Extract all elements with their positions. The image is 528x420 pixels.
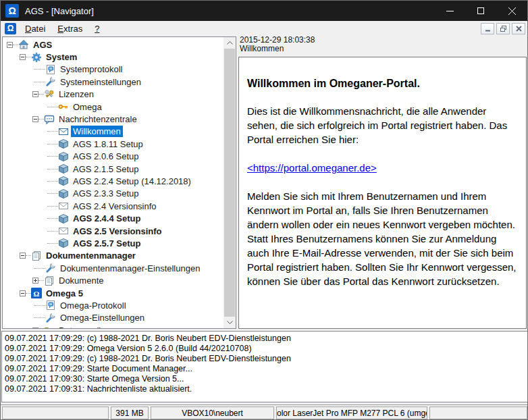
tree-item-ags-2-4-4-setup[interactable]: AGS 2.4.4 Setup bbox=[3, 212, 223, 224]
portal-link[interactable]: <https://portal.omeganer.de> bbox=[247, 161, 377, 175]
home-icon bbox=[18, 39, 29, 50]
wrench-icon bbox=[45, 313, 56, 323]
pages-icon bbox=[44, 275, 55, 286]
collapse-toggle-icon[interactable] bbox=[7, 42, 13, 48]
mdi-close-button[interactable] bbox=[512, 23, 525, 34]
tree-item-ags-2-5-versionsinfo[interactable]: AGS 2.5 Versionsinfo bbox=[3, 225, 223, 237]
memory-usage-pane: 391 MB bbox=[111, 406, 149, 419]
tree-connector bbox=[38, 119, 44, 120]
tree-scrollbar[interactable] bbox=[223, 37, 236, 328]
tree-item-label: Dokumentenmanager bbox=[44, 250, 138, 261]
tree-item-label: AGS 2.3.3 Setup bbox=[71, 188, 141, 199]
maximize-button[interactable] bbox=[465, 1, 496, 21]
tree-item-label: AGS 2.4 Versionsinfo bbox=[71, 201, 159, 212]
scrollbar-thumb[interactable] bbox=[224, 49, 235, 317]
tree-item-ags-2-1-5-setup[interactable]: AGS 2.1.5 Setup bbox=[3, 163, 223, 175]
tree-item-label: Datenquellen bbox=[57, 325, 113, 329]
tree-item-label: AGS 2.1.5 Setup bbox=[71, 163, 141, 175]
tree-item-ags-2-5-7-setup[interactable]: AGS 2.5.7 Setup bbox=[3, 237, 223, 249]
protocol-icon bbox=[45, 64, 56, 75]
tree-item-label: AGS 2.4.4 Setup bbox=[71, 213, 142, 224]
tree-item-systemeinstellungen[interactable]: Systemeinstellungen bbox=[3, 76, 223, 88]
collapse-toggle-icon[interactable] bbox=[32, 116, 38, 122]
collapse-toggle-icon[interactable] bbox=[20, 253, 26, 259]
message-heading: Willkommen im Omeganer-Portal. bbox=[247, 78, 518, 90]
maximize-icon bbox=[477, 7, 484, 14]
tree-connector bbox=[47, 206, 58, 207]
collapse-toggle-icon[interactable] bbox=[20, 290, 26, 296]
tree-item-label: AGS 2.2.4 Setup (14.12.2018) bbox=[71, 176, 193, 187]
menu-item-[interactable]: ? bbox=[88, 22, 105, 35]
package-icon bbox=[58, 176, 69, 186]
tree-connector bbox=[47, 231, 58, 232]
folder-icon bbox=[44, 325, 55, 329]
tree-item-label: Dokumentenmanager-Einstellungen bbox=[58, 263, 202, 274]
tree-item-ags[interactable]: AGS bbox=[3, 38, 223, 51]
tree-connector bbox=[26, 57, 31, 57]
expand-toggle-icon[interactable] bbox=[32, 278, 38, 284]
tree-item-datenquellen[interactable]: Datenquellen bbox=[3, 324, 223, 329]
pages-icon bbox=[31, 251, 42, 261]
message-body[interactable]: Willkommen im Omeganer-Portal. Dies ist … bbox=[238, 57, 527, 329]
tree-item-omega[interactable]: Omega bbox=[3, 101, 223, 113]
tree-item-dokumentenmanager[interactable]: Dokumentenmanager bbox=[3, 250, 223, 262]
tree-connector bbox=[34, 268, 45, 269]
tree-connector bbox=[47, 218, 58, 219]
navigator-tree-panel[interactable]: AGSSystemSystemprotokollSystemeinstellun… bbox=[2, 36, 236, 329]
minimize-button[interactable] bbox=[434, 1, 465, 21]
tree-item-label: Omega-Einstellungen bbox=[58, 312, 147, 323]
tree-item-omega-5[interactable]: ΩOmega 5 bbox=[3, 287, 223, 299]
log-line: 09.07.2021 17:09:29: Omega Version 5 2.6… bbox=[5, 344, 525, 354]
mail-outline-icon bbox=[58, 201, 69, 211]
tree-connector bbox=[34, 82, 45, 82]
tree-item-dokumentenmanager-einstellungen[interactable]: Dokumentenmanager-Einstellungen bbox=[3, 262, 223, 274]
package-icon bbox=[58, 163, 69, 174]
tree-item-willkommen[interactable]: Willkommen bbox=[3, 126, 223, 138]
tree: AGSSystemSystemprotokollSystemeinstellun… bbox=[3, 38, 223, 329]
menu-item-datei[interactable]: Datei bbox=[19, 22, 51, 35]
tree-item-label: System bbox=[44, 51, 79, 63]
tree-item-ags-2-0-6-setup[interactable]: AGS 2.0.6 Setup bbox=[3, 151, 223, 163]
collapse-toggle-icon[interactable] bbox=[20, 54, 26, 60]
log-panel[interactable]: 09.07.2021 17:09:29: (c) 1988-2021 Dr. B… bbox=[1, 331, 528, 402]
tree-item-dokumente[interactable]: Dokumente bbox=[3, 274, 223, 286]
tree-item-ags-2-4-versionsinfo[interactable]: AGS 2.4 Versionsinfo bbox=[3, 200, 223, 212]
tree-connector bbox=[47, 107, 58, 107]
tree-item-ags-2-2-4-setup-14-12-2018[interactable]: AGS 2.2.4 Setup (14.12.2018) bbox=[3, 175, 223, 187]
tree-item-omega-einstellungen[interactable]: Omega-Einstellungen bbox=[3, 312, 223, 324]
tree-item-systemprotokoll[interactable]: Systemprotokoll bbox=[3, 63, 223, 76]
menu-bar: Ω DateiExtras? bbox=[1, 21, 527, 36]
tree-item-label: Dokumente bbox=[57, 275, 105, 286]
close-button[interactable] bbox=[496, 1, 527, 21]
tree-item-omega-protokoll[interactable]: Omega-Protokoll bbox=[3, 299, 223, 311]
tree-item-system[interactable]: System bbox=[3, 51, 223, 63]
collapse-toggle-icon[interactable] bbox=[32, 91, 38, 97]
tree-item-nachrichtenzentrale[interactable]: Nachrichtenzentrale bbox=[3, 113, 223, 125]
tree-connector bbox=[47, 156, 58, 157]
window-title: AGS - [Navigator] bbox=[25, 6, 434, 16]
scroll-up-icon[interactable] bbox=[223, 37, 236, 49]
app-window: Ω AGS - [Navigator] Ω DateiExtras? AGSSy… bbox=[0, 0, 528, 420]
wrench-icon bbox=[45, 76, 56, 87]
omega-menu-icon[interactable]: Ω bbox=[5, 23, 16, 34]
tree-connector bbox=[34, 69, 45, 70]
tree-connector bbox=[34, 317, 45, 318]
expand-toggle-icon[interactable] bbox=[32, 327, 38, 329]
tree-connector bbox=[34, 305, 45, 306]
tree-item-ags-1-8-11-setup[interactable]: AGS 1.8.11 Setup bbox=[3, 138, 223, 150]
tree-connector bbox=[47, 144, 58, 145]
tree-item-lizenzen[interactable]: Lizenzen bbox=[3, 88, 223, 101]
menu-item-extras[interactable]: Extras bbox=[51, 22, 88, 35]
status-pane-empty-left bbox=[2, 406, 109, 419]
svg-text:Ω: Ω bbox=[34, 290, 40, 298]
mdi-minimize-button[interactable] bbox=[481, 23, 494, 34]
wrench-icon bbox=[45, 263, 56, 273]
mdi-restore-button[interactable] bbox=[496, 23, 510, 34]
status-bar: 391 MBVBOX10\neubertolor LaserJet Pro MF… bbox=[1, 404, 527, 420]
tree-item-label: Omega bbox=[71, 101, 104, 113]
tree-item-ags-2-3-3-setup[interactable]: AGS 2.3.3 Setup bbox=[3, 188, 223, 200]
tree-item-label: AGS 2.0.6 Setup bbox=[71, 151, 141, 162]
tree-item-label: Omega-Protokoll bbox=[58, 300, 128, 311]
scroll-down-icon[interactable] bbox=[223, 317, 236, 328]
tree-item-label: Willkommen bbox=[71, 126, 123, 137]
